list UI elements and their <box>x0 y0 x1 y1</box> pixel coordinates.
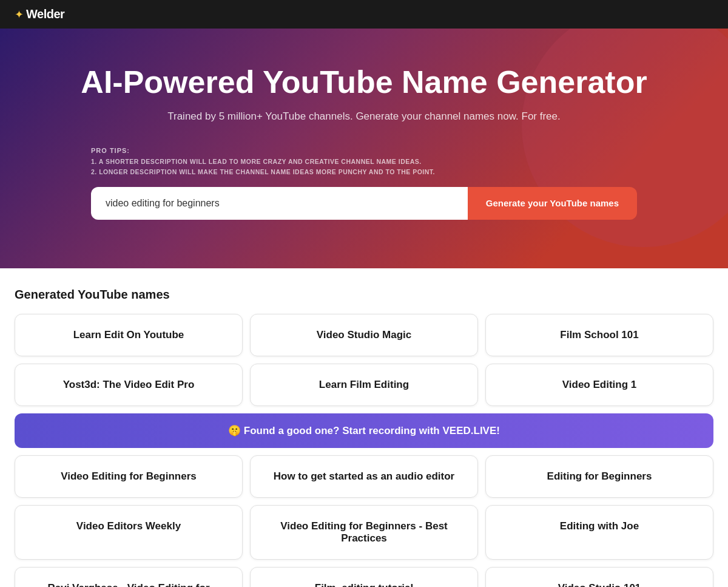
hero-title: AI-Powered YouTube Name Generator <box>15 65 713 100</box>
name-card[interactable]: Video Studio 101 <box>485 567 713 587</box>
names-grid-row4: Video Editors Weekly Video Editing for B… <box>15 505 713 560</box>
names-grid-row3: Video Editing for Beginners How to get s… <box>15 455 713 498</box>
name-card[interactable]: Video Studio Magic <box>250 314 478 356</box>
name-card[interactable]: Editing with Joe <box>485 505 713 560</box>
name-card[interactable]: Video Editing 1 <box>485 364 713 406</box>
pro-tips-container: PRO TIPS: 1. A SHORTER DESCRIPTION WILL … <box>91 147 637 177</box>
veed-live-banner[interactable]: 🤫 Found a good one? Start recording with… <box>15 413 713 448</box>
results-title: Generated YouTube names <box>15 288 713 302</box>
hero-subtitle: Trained by 5 million+ YouTube channels. … <box>15 110 713 123</box>
name-card[interactable]: Ravi Varghese - Video Editing for Beginn… <box>15 567 243 587</box>
search-input[interactable] <box>91 187 468 220</box>
hero-section: AI-Powered YouTube Name Generator Traine… <box>0 29 728 268</box>
results-section: Generated YouTube names Learn Edit On Yo… <box>0 268 728 587</box>
generate-button[interactable]: Generate your YouTube names <box>468 187 637 220</box>
names-grid-row5: Ravi Varghese - Video Editing for Beginn… <box>15 567 713 587</box>
name-card[interactable]: Learn Film Editing <box>250 364 478 406</box>
logo-spark-icon: ✦ <box>15 8 24 21</box>
name-card[interactable]: How to get started as an audio editor <box>250 455 478 498</box>
name-card[interactable]: Film School 101 <box>485 314 713 356</box>
logo-text: Welder <box>26 7 64 21</box>
name-card[interactable]: Video Editing for Beginners <box>15 455 243 498</box>
name-card[interactable]: Film. editing tutorial <box>250 567 478 587</box>
pro-tips-label: PRO TIPS: <box>91 147 637 154</box>
pro-tip-1: 1. A SHORTER DESCRIPTION WILL LEAD TO MO… <box>91 157 637 167</box>
site-header: ✦ Welder <box>0 0 728 29</box>
name-card[interactable]: Video Editing for Beginners - Best Pract… <box>250 505 478 560</box>
name-card[interactable]: Video Editors Weekly <box>15 505 243 560</box>
name-card[interactable]: Yost3d: The Video Edit Pro <box>15 364 243 406</box>
name-card[interactable]: Learn Edit On Youtube <box>15 314 243 356</box>
pro-tip-2: 2. LONGER DESCRIPTION WILL MAKE THE CHAN… <box>91 167 637 177</box>
names-grid-row2: Yost3d: The Video Edit Pro Learn Film Ed… <box>15 364 713 406</box>
names-grid-row1: Learn Edit On Youtube Video Studio Magic… <box>15 314 713 356</box>
name-card[interactable]: Editing for Beginners <box>485 455 713 498</box>
search-row: Generate your YouTube names <box>91 187 637 220</box>
